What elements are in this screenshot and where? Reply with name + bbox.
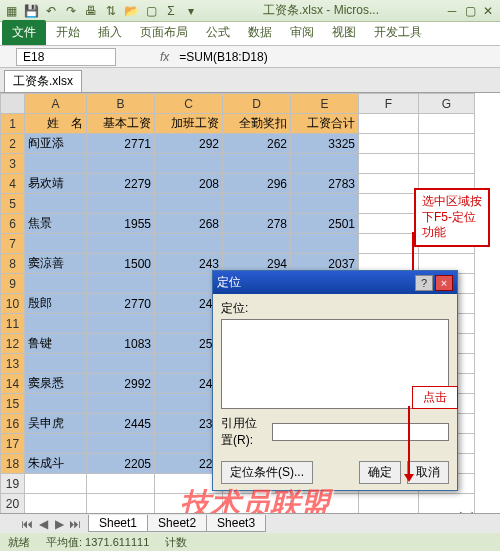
col-header-B[interactable]: B [87,94,155,114]
cell[interactable]: 全勤奖扣 [223,114,291,134]
ok-button[interactable]: 确定 [359,461,401,484]
col-header-E[interactable]: E [291,94,359,114]
workbook-tab[interactable]: 工资条.xlsx [4,70,82,92]
cell[interactable] [87,194,155,214]
cell[interactable] [359,234,419,254]
sheet-tab-3[interactable]: Sheet3 [206,515,266,532]
row-header[interactable]: 2 [1,134,25,154]
cell[interactable] [419,134,475,154]
tab-developer[interactable]: 开发工具 [366,20,430,45]
col-header-A[interactable]: A [25,94,87,114]
cell[interactable] [359,114,419,134]
cell[interactable]: 278 [223,214,291,234]
help-icon[interactable]: ? [415,275,433,291]
cell[interactable]: 朱成斗 [25,454,87,474]
cell[interactable]: 292 [155,134,223,154]
cell[interactable]: 2279 [87,174,155,194]
tab-insert[interactable]: 插入 [90,20,130,45]
undo-icon[interactable]: ↶ [44,4,58,18]
sheet-nav-next-icon[interactable]: ▶ [52,517,66,531]
goto-special-button[interactable]: 定位条件(S)... [221,461,313,484]
cell[interactable] [223,234,291,254]
cell[interactable] [419,154,475,174]
cell[interactable] [25,434,87,454]
row-header[interactable]: 12 [1,334,25,354]
row-header[interactable]: 9 [1,274,25,294]
cell[interactable] [87,274,155,294]
row-header[interactable]: 13 [1,354,25,374]
cell[interactable] [87,354,155,374]
close-icon[interactable]: × [435,275,453,291]
sheet-nav-last-icon[interactable]: ⏭ [68,517,82,531]
redo-icon[interactable]: ↷ [64,4,78,18]
cell[interactable] [87,154,155,174]
cell[interactable] [25,394,87,414]
formula-input[interactable]: =SUM(B18:D18) [173,48,500,66]
cell[interactable]: 殷郎 [25,294,87,314]
cell[interactable]: 2783 [291,174,359,194]
tab-page-layout[interactable]: 页面布局 [132,20,196,45]
cell[interactable]: 窦涼善 [25,254,87,274]
cell[interactable]: 1083 [87,334,155,354]
row-header[interactable]: 8 [1,254,25,274]
row-header[interactable]: 4 [1,174,25,194]
cell[interactable] [223,154,291,174]
row-header[interactable]: 20 [1,494,25,514]
cell[interactable] [25,154,87,174]
cell[interactable] [291,154,359,174]
cell[interactable]: 2770 [87,294,155,314]
row-header[interactable]: 7 [1,234,25,254]
new-icon[interactable]: ▢ [144,4,158,18]
sheet-tab-2[interactable]: Sheet2 [147,515,207,532]
cell[interactable] [25,354,87,374]
cell[interactable] [87,494,155,514]
reference-input[interactable] [272,423,449,441]
cell[interactable] [25,474,87,494]
row-header[interactable]: 17 [1,434,25,454]
cell[interactable]: 3325 [291,134,359,154]
tab-view[interactable]: 视图 [324,20,364,45]
row-header[interactable]: 5 [1,194,25,214]
cell[interactable]: 窦泉悉 [25,374,87,394]
row-header[interactable]: 10 [1,294,25,314]
row-header[interactable]: 19 [1,474,25,494]
sum-icon[interactable]: Σ [164,4,178,18]
row-header[interactable]: 18 [1,454,25,474]
cell[interactable] [155,234,223,254]
cell[interactable] [87,314,155,334]
tab-data[interactable]: 数据 [240,20,280,45]
row-header[interactable]: 16 [1,414,25,434]
cell[interactable] [359,194,419,214]
cell[interactable] [359,154,419,174]
cell[interactable]: 2992 [87,374,155,394]
fx-icon[interactable]: fx [156,50,173,64]
sheet-nav-first-icon[interactable]: ⏮ [20,517,34,531]
cell[interactable]: 姓 名 [25,114,87,134]
cell[interactable] [25,194,87,214]
cell[interactable]: 鲁键 [25,334,87,354]
dialog-titlebar[interactable]: 定位 ? × [213,271,457,294]
maximize-icon[interactable]: ▢ [462,4,478,18]
cell[interactable] [291,234,359,254]
cell[interactable]: 208 [155,174,223,194]
cell[interactable] [87,434,155,454]
cell[interactable] [223,494,291,514]
cell[interactable] [25,314,87,334]
cell[interactable]: 焦景 [25,214,87,234]
cell[interactable]: 加班工资 [155,114,223,134]
cell[interactable]: 2445 [87,414,155,434]
cell[interactable]: 基本工资 [87,114,155,134]
col-header-F[interactable]: F [359,94,419,114]
row-header[interactable]: 14 [1,374,25,394]
cell[interactable] [87,474,155,494]
close-icon[interactable]: ✕ [480,4,496,18]
cell[interactable] [223,194,291,214]
tab-formulas[interactable]: 公式 [198,20,238,45]
open-icon[interactable]: 📂 [124,4,138,18]
row-header[interactable]: 6 [1,214,25,234]
tab-review[interactable]: 审阅 [282,20,322,45]
more-icon[interactable]: ▾ [184,4,198,18]
save-icon[interactable]: 💾 [24,4,38,18]
cell[interactable]: 268 [155,214,223,234]
row-header[interactable]: 3 [1,154,25,174]
